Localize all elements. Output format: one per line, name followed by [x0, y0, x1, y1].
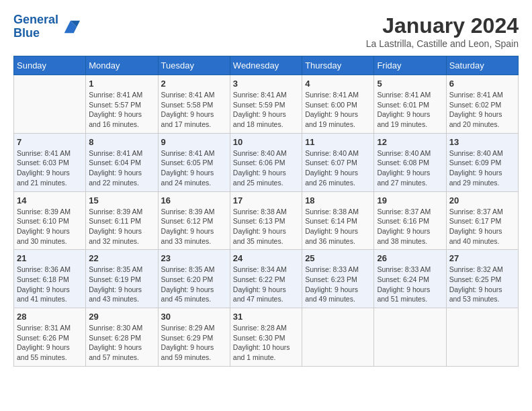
day-detail: Sunrise: 8:39 AMSunset: 6:12 PMDaylight:… [161, 207, 227, 246]
day-detail: Sunrise: 8:41 AMSunset: 6:02 PMDaylight:… [449, 90, 515, 130]
calendar-cell: 25Sunrise: 8:33 AMSunset: 6:23 PMDayligh… [302, 250, 374, 308]
day-number: 25 [305, 253, 371, 263]
location-subtitle: La Lastrilla, Castille and Leon, Spain [366, 38, 519, 49]
day-detail: Sunrise: 8:28 AMSunset: 6:30 PMDaylight:… [233, 323, 299, 363]
calendar-cell: 5Sunrise: 8:41 AMSunset: 6:01 PMDaylight… [374, 75, 446, 134]
day-detail: Sunrise: 8:34 AMSunset: 6:22 PMDaylight:… [233, 265, 299, 304]
day-detail: Sunrise: 8:41 AMSunset: 6:00 PMDaylight:… [305, 90, 371, 130]
calendar-cell: 2Sunrise: 8:41 AMSunset: 5:58 PMDaylight… [158, 75, 230, 134]
day-header-thursday: Thursday [302, 56, 374, 75]
day-header-tuesday: Tuesday [158, 56, 230, 75]
day-detail: Sunrise: 8:41 AMSunset: 5:59 PMDaylight:… [233, 90, 299, 130]
calendar-week-row: 14Sunrise: 8:39 AMSunset: 6:10 PMDayligh… [14, 191, 519, 250]
calendar-cell [14, 75, 86, 134]
day-detail: Sunrise: 8:36 AMSunset: 6:18 PMDaylight:… [17, 265, 83, 304]
day-number: 5 [377, 79, 443, 89]
calendar-cell: 15Sunrise: 8:39 AMSunset: 6:11 PMDayligh… [86, 191, 158, 250]
day-number: 27 [449, 253, 515, 263]
day-detail: Sunrise: 8:39 AMSunset: 6:11 PMDaylight:… [89, 207, 154, 246]
day-header-friday: Friday [374, 56, 446, 75]
day-number: 26 [377, 253, 443, 263]
day-number: 21 [17, 253, 83, 263]
day-number: 4 [305, 79, 371, 89]
calendar-cell: 24Sunrise: 8:34 AMSunset: 6:22 PMDayligh… [230, 250, 302, 308]
day-number: 2 [161, 79, 227, 89]
calendar-cell: 14Sunrise: 8:39 AMSunset: 6:10 PMDayligh… [14, 191, 86, 250]
calendar-cell: 6Sunrise: 8:41 AMSunset: 6:02 PMDaylight… [446, 75, 518, 134]
calendar-cell: 27Sunrise: 8:32 AMSunset: 6:25 PMDayligh… [446, 250, 518, 308]
calendar-cell: 12Sunrise: 8:40 AMSunset: 6:08 PMDayligh… [374, 133, 446, 191]
calendar-cell: 31Sunrise: 8:28 AMSunset: 6:30 PMDayligh… [230, 308, 302, 367]
day-number: 1 [89, 79, 154, 89]
day-detail: Sunrise: 8:37 AMSunset: 6:16 PMDaylight:… [377, 207, 443, 246]
day-number: 30 [161, 312, 227, 322]
calendar-cell: 30Sunrise: 8:29 AMSunset: 6:29 PMDayligh… [158, 308, 230, 367]
calendar-week-row: 7Sunrise: 8:41 AMSunset: 6:03 PMDaylight… [14, 133, 519, 191]
day-number: 31 [233, 312, 299, 322]
calendar-cell: 28Sunrise: 8:31 AMSunset: 6:26 PMDayligh… [14, 308, 86, 367]
calendar-cell: 26Sunrise: 8:33 AMSunset: 6:24 PMDayligh… [374, 250, 446, 308]
day-detail: Sunrise: 8:38 AMSunset: 6:13 PMDaylight:… [233, 207, 299, 246]
day-detail: Sunrise: 8:39 AMSunset: 6:10 PMDaylight:… [17, 207, 83, 246]
logo-icon [61, 17, 80, 36]
day-number: 23 [161, 253, 227, 263]
logo-text: General Blue [13, 13, 58, 40]
calendar-cell: 7Sunrise: 8:41 AMSunset: 6:03 PMDaylight… [14, 133, 86, 191]
calendar-cell: 22Sunrise: 8:35 AMSunset: 6:19 PMDayligh… [86, 250, 158, 308]
day-number: 19 [377, 195, 443, 205]
day-detail: Sunrise: 8:40 AMSunset: 6:09 PMDaylight:… [449, 148, 515, 188]
day-detail: Sunrise: 8:41 AMSunset: 6:05 PMDaylight:… [161, 148, 227, 188]
day-number: 7 [17, 137, 83, 147]
calendar-cell: 17Sunrise: 8:38 AMSunset: 6:13 PMDayligh… [230, 191, 302, 250]
calendar-cell: 9Sunrise: 8:41 AMSunset: 6:05 PMDaylight… [158, 133, 230, 191]
calendar-cell: 20Sunrise: 8:37 AMSunset: 6:17 PMDayligh… [446, 191, 518, 250]
day-number: 28 [17, 312, 83, 322]
day-detail: Sunrise: 8:33 AMSunset: 6:23 PMDaylight:… [305, 265, 371, 304]
calendar-cell [302, 308, 374, 367]
day-detail: Sunrise: 8:35 AMSunset: 6:19 PMDaylight:… [89, 265, 154, 304]
day-number: 22 [89, 253, 154, 263]
day-detail: Sunrise: 8:41 AMSunset: 5:57 PMDaylight:… [89, 90, 154, 130]
day-header-sunday: Sunday [14, 56, 86, 75]
day-detail: Sunrise: 8:37 AMSunset: 6:17 PMDaylight:… [449, 207, 515, 246]
logo: General Blue [13, 13, 80, 40]
calendar-header: SundayMondayTuesdayWednesdayThursdayFrid… [14, 56, 519, 75]
day-header-monday: Monday [86, 56, 158, 75]
title-block: January 2024 La Lastrilla, Castille and … [366, 13, 519, 49]
day-number: 29 [89, 312, 154, 322]
calendar-cell: 21Sunrise: 8:36 AMSunset: 6:18 PMDayligh… [14, 250, 86, 308]
month-year-title: January 2024 [366, 13, 519, 38]
day-detail: Sunrise: 8:29 AMSunset: 6:29 PMDaylight:… [161, 323, 227, 363]
calendar-body: 1Sunrise: 8:41 AMSunset: 5:57 PMDaylight… [14, 75, 519, 367]
calendar-cell: 13Sunrise: 8:40 AMSunset: 6:09 PMDayligh… [446, 133, 518, 191]
day-header-wednesday: Wednesday [230, 56, 302, 75]
day-detail: Sunrise: 8:40 AMSunset: 6:08 PMDaylight:… [377, 148, 443, 188]
day-number: 16 [161, 195, 227, 205]
day-detail: Sunrise: 8:30 AMSunset: 6:28 PMDaylight:… [89, 323, 154, 363]
day-detail: Sunrise: 8:35 AMSunset: 6:20 PMDaylight:… [161, 265, 227, 304]
calendar-cell: 1Sunrise: 8:41 AMSunset: 5:57 PMDaylight… [86, 75, 158, 134]
day-number: 20 [449, 195, 515, 205]
calendar-table: SundayMondayTuesdayWednesdayThursdayFrid… [13, 56, 519, 367]
day-detail: Sunrise: 8:41 AMSunset: 5:58 PMDaylight:… [161, 90, 227, 130]
day-number: 10 [233, 137, 299, 147]
day-detail: Sunrise: 8:32 AMSunset: 6:25 PMDaylight:… [449, 265, 515, 304]
calendar-week-row: 28Sunrise: 8:31 AMSunset: 6:26 PMDayligh… [14, 308, 519, 367]
day-detail: Sunrise: 8:40 AMSunset: 6:06 PMDaylight:… [233, 148, 299, 188]
calendar-cell: 29Sunrise: 8:30 AMSunset: 6:28 PMDayligh… [86, 308, 158, 367]
calendar-cell: 18Sunrise: 8:38 AMSunset: 6:14 PMDayligh… [302, 191, 374, 250]
day-number: 3 [233, 79, 299, 89]
day-detail: Sunrise: 8:38 AMSunset: 6:14 PMDaylight:… [305, 207, 371, 246]
page-header: General Blue January 2024 La Lastrilla, … [13, 13, 519, 49]
day-number: 24 [233, 253, 299, 263]
day-header-saturday: Saturday [446, 56, 518, 75]
day-number: 9 [161, 137, 227, 147]
day-number: 17 [233, 195, 299, 205]
day-number: 8 [89, 137, 154, 147]
day-number: 14 [17, 195, 83, 205]
day-number: 18 [305, 195, 371, 205]
day-number: 11 [305, 137, 371, 147]
calendar-cell: 3Sunrise: 8:41 AMSunset: 5:59 PMDaylight… [230, 75, 302, 134]
day-header-row: SundayMondayTuesdayWednesdayThursdayFrid… [14, 56, 519, 75]
calendar-week-row: 1Sunrise: 8:41 AMSunset: 5:57 PMDaylight… [14, 75, 519, 134]
